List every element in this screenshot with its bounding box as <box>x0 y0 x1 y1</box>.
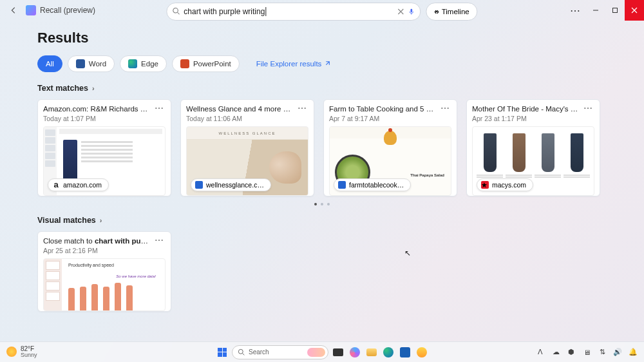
filter-powerpoint[interactable]: PowerPoint <box>172 55 240 72</box>
app-icon <box>26 5 36 15</box>
copilot-button[interactable] <box>348 345 362 359</box>
svg-line-6 <box>243 354 245 356</box>
timeline-icon: ‹·› <box>434 7 437 16</box>
display-icon[interactable]: 🖥 <box>582 348 591 357</box>
page-dot[interactable] <box>314 203 317 205</box>
card-title: Close match to chart with purple writing <box>43 237 151 245</box>
card-timestamp: Today at 11:06 AM <box>186 115 308 122</box>
card-more-button[interactable]: ⋯ <box>582 105 594 111</box>
app-title: Recall (preview) <box>40 6 95 15</box>
source-badge: wellnessglance.c… <box>191 178 271 191</box>
condition: Sunny <box>21 352 37 359</box>
search-area: chart with purple writing ‹·› Timeline <box>166 3 477 21</box>
visual-matches-header[interactable]: Visual matches› <box>37 216 607 225</box>
macys-icon: ★ <box>481 181 489 189</box>
text-matches-row: Amazon.com: R&M Richards Women's P… ⋯ To… <box>37 99 607 196</box>
search-icon <box>172 7 180 17</box>
edge-icon <box>128 59 137 68</box>
bing-decoration <box>307 348 325 357</box>
chevron-right-icon: › <box>100 216 102 224</box>
close-button[interactable] <box>625 0 644 21</box>
card-timestamp: Apr 7 at 9:17 AM <box>329 115 451 122</box>
wifi-icon[interactable]: ⇅ <box>598 348 607 357</box>
card-thumbnail: WELLNESS GLANCE wellnessglance.c… <box>186 126 308 196</box>
filter-all[interactable]: All <box>37 55 62 72</box>
content-area: Results All Word Edge PowerPoint File Ex… <box>0 21 644 312</box>
search-input[interactable]: chart with purple writing <box>166 3 421 21</box>
svg-rect-1 <box>613 8 618 13</box>
results-heading: Results <box>37 30 607 46</box>
source-badge: amazon.com <box>48 178 109 191</box>
site-icon <box>338 181 346 189</box>
edge-button[interactable] <box>381 345 395 359</box>
card-timestamp: Apr 25 at 2:16 PM <box>43 247 166 254</box>
page-dot[interactable] <box>321 203 323 205</box>
result-card[interactable]: Mother Of The Bride - Macy's and 3 mor… … <box>466 99 600 196</box>
card-thumbnail: Productivity and speed So we have more d… <box>43 258 166 311</box>
more-button[interactable]: ⋯ <box>564 0 586 21</box>
card-thumbnail: ★macys.com <box>472 126 594 196</box>
card-more-button[interactable]: ⋯ <box>439 105 451 111</box>
notifications-icon[interactable]: 🔔 <box>629 348 638 357</box>
card-thumbnail: Thai Papaya Salad farmtotablecook… <box>329 126 451 196</box>
task-view-button[interactable] <box>331 345 345 359</box>
svg-line-3 <box>178 12 180 14</box>
clear-search-button[interactable] <box>397 8 404 15</box>
site-icon <box>195 181 203 189</box>
card-timestamp: Apr 23 at 1:17 PM <box>472 115 594 122</box>
card-more-button[interactable]: ⋯ <box>296 105 308 111</box>
word-icon <box>76 59 85 68</box>
taskbar: 82°FSunny Search ᐱ ☁ ⬢ 🖥 ⇅ 🔊 🔔 <box>0 341 644 362</box>
filter-word[interactable]: Word <box>68 55 115 72</box>
window-controls: ⋯ <box>564 0 644 21</box>
search-query-text: chart with purple writing <box>184 7 393 17</box>
start-button[interactable] <box>215 345 229 359</box>
volume-icon[interactable]: 🔊 <box>613 348 622 357</box>
result-card[interactable]: Wellness Glance and 4 more pages - Per… … <box>180 99 314 196</box>
source-badge: farmtotablecook… <box>334 178 411 191</box>
svg-point-5 <box>238 349 243 354</box>
card-more-button[interactable]: ⋯ <box>153 105 166 111</box>
timeline-label: Timeline <box>442 8 469 15</box>
powerpoint-icon <box>180 59 189 68</box>
text-matches-header[interactable]: Text matches› <box>37 84 607 93</box>
security-icon[interactable]: ⬢ <box>567 348 576 357</box>
result-card[interactable]: Farm to Table Cooking and 5 more page… ⋯… <box>323 99 457 196</box>
chevron-right-icon: › <box>92 84 95 92</box>
system-tray: ᐱ ☁ ⬢ 🖥 ⇅ 🔊 🔔 <box>536 348 638 357</box>
pagination-dots[interactable] <box>37 203 607 205</box>
svg-rect-4 <box>410 8 412 12</box>
taskbar-search[interactable]: Search <box>232 345 328 359</box>
explorer-button[interactable] <box>365 345 379 359</box>
source-badge: ★macys.com <box>477 178 533 191</box>
onedrive-icon[interactable]: ☁ <box>551 348 560 357</box>
pinned-app-button[interactable] <box>415 345 429 359</box>
result-card[interactable]: Close match to chart with purple writing… <box>37 231 171 312</box>
card-title: Farm to Table Cooking and 5 more page… <box>329 105 437 113</box>
sun-icon <box>6 347 17 357</box>
weather-widget[interactable]: 82°FSunny <box>6 345 37 359</box>
result-card[interactable]: Amazon.com: R&M Richards Women's P… ⋯ To… <box>37 99 171 196</box>
minimize-button[interactable] <box>586 0 605 21</box>
card-title: Mother Of The Bride - Macy's and 3 mor… <box>472 105 580 113</box>
taskbar-center: Search <box>215 345 429 359</box>
voice-search-button[interactable] <box>408 8 415 15</box>
filter-row: All Word Edge PowerPoint File Explorer r… <box>37 55 607 72</box>
page-dot[interactable] <box>327 203 330 205</box>
visual-matches-row: Close match to chart with purple writing… <box>37 231 607 312</box>
timeline-button[interactable]: ‹·› Timeline <box>426 3 477 21</box>
amazon-icon <box>52 181 60 189</box>
card-timestamp: Today at 1:07 PM <box>43 115 166 122</box>
tray-chevron-icon[interactable]: ᐱ <box>536 348 545 357</box>
back-button[interactable] <box>5 2 22 19</box>
svg-point-2 <box>173 8 178 13</box>
store-button[interactable] <box>398 345 412 359</box>
card-title: Wellness Glance and 4 more pages - Per… <box>186 105 294 113</box>
card-thumbnail: amazon.com <box>43 126 166 196</box>
maximize-button[interactable] <box>605 0 625 21</box>
file-explorer-link[interactable]: File Explorer results <box>256 60 331 68</box>
card-more-button[interactable]: ⋯ <box>153 237 166 243</box>
filter-edge[interactable]: Edge <box>120 55 167 72</box>
card-title: Amazon.com: R&M Richards Women's P… <box>43 105 151 113</box>
